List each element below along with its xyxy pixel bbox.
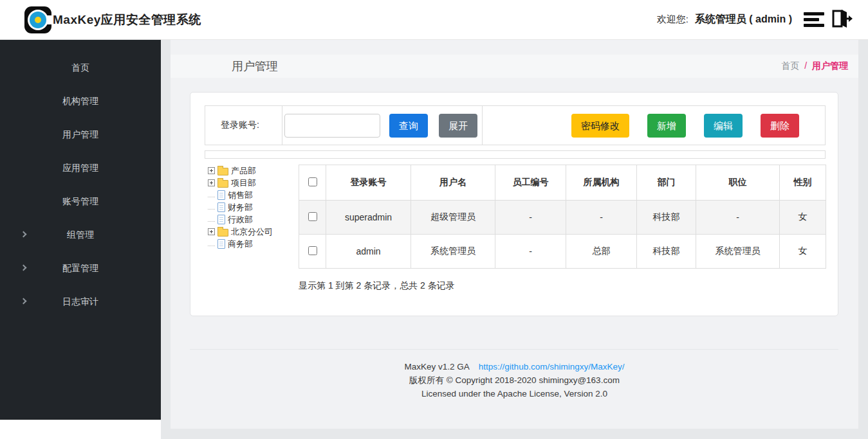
tree-node-label: 财务部 <box>228 202 253 213</box>
chevron-right-icon <box>21 231 27 238</box>
file-icon <box>217 239 225 249</box>
query-button[interactable]: 查询 <box>389 114 428 138</box>
row-checkbox[interactable] <box>308 246 317 255</box>
breadcrumb-home-link[interactable]: 首页 <box>781 60 799 71</box>
delete-button[interactable]: 删除 <box>761 114 799 138</box>
footer-github-link[interactable]: https://github.com/shimingxy/MaxKey/ <box>479 362 625 372</box>
column-header-login: 登录账号 <box>326 165 411 201</box>
users-table: 登录账号 用户名 员工编号 所属机构 部门 职位 性别 superadmin 超… <box>299 165 826 269</box>
sidebar-item-home[interactable]: 首页 <box>0 51 161 85</box>
cell-username: 系统管理员 <box>411 235 495 269</box>
cell-employee-no: - <box>495 235 566 269</box>
sidebar: 首页 机构管理 用户管理 应用管理 账号管理 组管理 配置管理 日志审计 <box>0 40 161 420</box>
folder-icon <box>217 180 228 188</box>
footer-divider <box>190 349 838 350</box>
breadcrumb-separator: / <box>804 60 807 71</box>
tree-connector <box>208 218 215 222</box>
tree-node-product-dept[interactable]: 产品部 <box>208 165 298 177</box>
tree-node-sales-dept[interactable]: 销售部 <box>208 189 298 201</box>
sidebar-item-organizations[interactable]: 机构管理 <box>0 85 161 118</box>
login-account-label: 登录账号: <box>221 120 259 131</box>
file-icon <box>217 202 225 212</box>
main-content: 用户管理 首页 / 用户管理 登录账号: 查询 展开 密码修改 新增 编辑 删除 <box>171 40 858 429</box>
maxkey-logo-icon <box>24 6 51 33</box>
tree-node-label: 产品部 <box>231 165 256 177</box>
file-icon <box>217 190 225 200</box>
column-header-employee-no: 员工编号 <box>495 165 566 201</box>
cell-gender: 女 <box>780 235 826 269</box>
column-header-gender: 性别 <box>780 165 826 201</box>
tree-node-finance-dept[interactable]: 财务部 <box>208 201 298 213</box>
sidebar-item-label: 配置管理 <box>62 263 98 274</box>
column-header-username: 用户名 <box>411 165 495 201</box>
brand: MaxKey应用安全管理系统 <box>24 6 201 33</box>
tree-expand-icon[interactable] <box>208 228 215 235</box>
sidebar-item-users[interactable]: 用户管理 <box>0 118 161 152</box>
row-checkbox[interactable] <box>308 212 317 221</box>
sidebar-item-label: 机构管理 <box>62 96 98 107</box>
sidebar-item-applications[interactable]: 应用管理 <box>0 152 161 185</box>
logo-dot <box>35 17 41 23</box>
breadcrumb-current: 用户管理 <box>812 60 848 71</box>
tree-connector <box>208 206 215 210</box>
expand-button[interactable]: 展开 <box>439 114 477 138</box>
sidebar-item-label: 首页 <box>71 62 89 74</box>
footer-license: Licensed under the Apache License, Versi… <box>171 387 858 400</box>
cell-organization: 总部 <box>566 235 637 269</box>
sidebar-item-groups[interactable]: 组管理 <box>0 219 161 252</box>
sidebar-item-accounts[interactable]: 账号管理 <box>0 185 161 219</box>
search-label-cell: 登录账号: <box>205 106 282 145</box>
tree-node-project-dept[interactable]: 项目部 <box>208 177 298 189</box>
chevron-right-icon <box>21 298 27 305</box>
cell-login: superadmin <box>326 201 411 235</box>
footer-version-line: MaxKey v1.2 GAhttps://github.com/shiming… <box>171 360 858 373</box>
cell-username: 超级管理员 <box>411 201 495 235</box>
sidebar-item-label: 账号管理 <box>62 196 98 208</box>
sidebar-item-label: 应用管理 <box>62 163 98 174</box>
tree-connector <box>208 242 215 246</box>
tree-node-business-dept[interactable]: 商务部 <box>208 238 298 250</box>
tree-node-label: 行政部 <box>228 214 253 226</box>
table-row[interactable]: superadmin 超级管理员 - - 科技部 - 女 <box>299 201 826 235</box>
cell-gender: 女 <box>780 201 826 235</box>
chevron-right-icon <box>21 265 27 271</box>
sidebar-item-label: 组管理 <box>67 229 94 241</box>
cell-organization: - <box>566 201 637 235</box>
tree-node-label: 北京分公司 <box>231 226 273 238</box>
top-header: MaxKey应用安全管理系统 欢迎您: 系统管理员 ( admin ) <box>0 0 868 40</box>
tree-node-beijing-branch[interactable]: 北京分公司 <box>208 226 298 238</box>
sidebar-item-log-audit[interactable]: 日志审计 <box>0 285 161 319</box>
select-all-checkbox[interactable] <box>308 177 317 186</box>
cell-position: - <box>696 201 780 235</box>
cell-department: 科技部 <box>637 201 696 235</box>
footer-version: MaxKey v1.2 GA <box>405 362 470 372</box>
footer-copyright: 版权所有 © Copyright 2018-2020 shimingxy@163… <box>171 373 858 387</box>
pagination-summary: 显示第 1 到第 2 条记录，总共 2 条记录 <box>299 280 455 292</box>
sidebar-item-configuration[interactable]: 配置管理 <box>0 252 161 285</box>
add-button[interactable]: 新增 <box>647 114 686 138</box>
content-panel: 登录账号: 查询 展开 密码修改 新增 编辑 删除 产品部 <box>190 92 838 316</box>
change-password-button[interactable]: 密码修改 <box>571 114 629 138</box>
cell-position: 系统管理员 <box>696 235 780 269</box>
page-title: 用户管理 <box>232 58 278 74</box>
login-account-input[interactable] <box>284 114 380 138</box>
tree-expand-icon[interactable] <box>208 167 215 174</box>
page-title-bar: 用户管理 首页 / 用户管理 <box>171 55 858 78</box>
cell-department: 科技部 <box>637 235 696 269</box>
edit-button[interactable]: 编辑 <box>704 114 743 138</box>
folder-icon <box>217 168 228 175</box>
logo-ring <box>30 12 46 28</box>
table-toolbar-strip <box>205 150 826 159</box>
sidebar-item-label: 用户管理 <box>62 129 98 141</box>
tree-node-admin-dept[interactable]: 行政部 <box>208 213 298 226</box>
table-header-row: 登录账号 用户名 员工编号 所属机构 部门 职位 性别 <box>299 165 826 201</box>
menu-list-icon[interactable] <box>804 12 824 27</box>
table-row[interactable]: admin 系统管理员 - 总部 科技部 系统管理员 女 <box>299 235 826 269</box>
department-tree: 产品部 项目部 销售部 财务部 行政部 <box>208 165 298 250</box>
tree-expand-icon[interactable] <box>208 179 215 186</box>
current-user-name: 系统管理员 ( admin ) <box>695 13 792 26</box>
logout-icon[interactable] <box>831 8 854 31</box>
tree-node-label: 商务部 <box>228 238 253 250</box>
footer: MaxKey v1.2 GAhttps://github.com/shiming… <box>171 360 858 400</box>
tree-connector <box>208 193 215 197</box>
